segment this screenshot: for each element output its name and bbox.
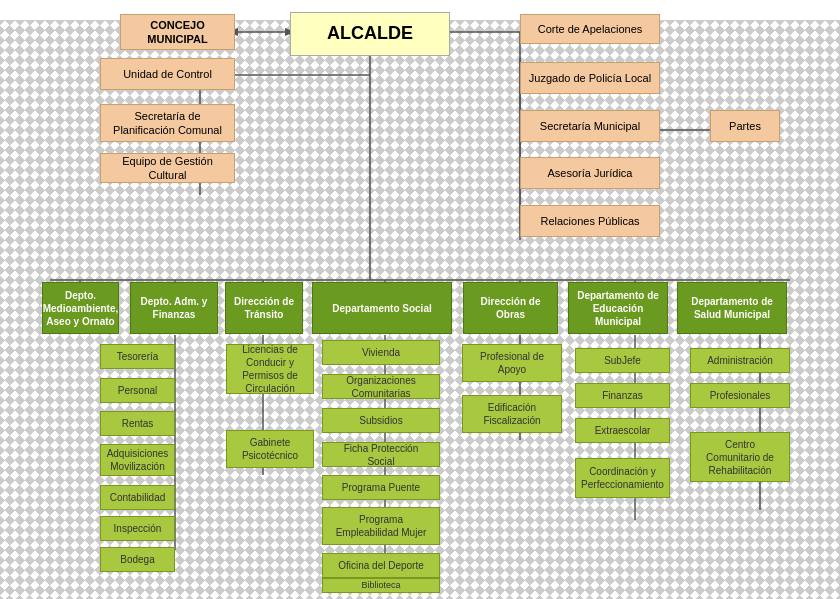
coordinacion-box: Coordinación y Perfeccionamiento bbox=[575, 458, 670, 498]
org-chart: ALCALDE CONCEJO MUNICIPAL Corte de Apela… bbox=[0, 0, 840, 20]
gabinete-box: Gabinete Psicotécnico bbox=[226, 430, 314, 468]
administracion-box: Administración bbox=[690, 348, 790, 373]
depto-salud-box: Departamento de Salud Municipal bbox=[677, 282, 787, 334]
sec-municipal-box: Secretaría Municipal bbox=[520, 110, 660, 142]
concejo-box: CONCEJO MUNICIPAL bbox=[120, 14, 235, 50]
personal-box: Personal bbox=[100, 378, 175, 403]
adquisiciones-box: Adquisiciones Movilización bbox=[100, 444, 175, 476]
dir-obras-box: Dirección de Obras bbox=[463, 282, 558, 334]
org-comunitarias-box: Organizaciones Comunitarias bbox=[322, 374, 440, 399]
relaciones-box: Relaciones Públicas bbox=[520, 205, 660, 237]
bodega-box: Bodega bbox=[100, 547, 175, 572]
finanzas-box: Finanzas bbox=[575, 383, 670, 408]
biblioteca-box: Biblioteca bbox=[322, 578, 440, 593]
depto-educacion-box: Departamento de Educación Municipal bbox=[568, 282, 668, 334]
subjefe-box: SubJefe bbox=[575, 348, 670, 373]
juzgado-box: Juzgado de Policía Local bbox=[520, 62, 660, 94]
dir-transito-box: Dirección de Tránsito bbox=[225, 282, 303, 334]
rentas-box: Rentas bbox=[100, 411, 175, 436]
prog-puente-box: Programa Puente bbox=[322, 475, 440, 500]
prog-empleabilidad-box: Programa Empleabilidad Mujer bbox=[322, 507, 440, 545]
alcalde-box: ALCALDE bbox=[290, 12, 450, 56]
subsidios-box: Subsidios bbox=[322, 408, 440, 433]
ficha-proteccion-box: Ficha Protección Social bbox=[322, 442, 440, 467]
oficina-deporte-box: Oficina del Deporte bbox=[322, 553, 440, 578]
centro-comunitario-box: Centro Comunitario de Rehabilitación bbox=[690, 432, 790, 482]
equipo-gestion-box: Equipo de Gestión Cultural bbox=[100, 153, 235, 183]
depto-medio-box: Depto. Medioambiente, Aseo y Ornato bbox=[42, 282, 119, 334]
depto-adm-box: Depto. Adm. y Finanzas bbox=[130, 282, 218, 334]
extraescolar-box: Extraescolar bbox=[575, 418, 670, 443]
corte-box: Corte de Apelaciones bbox=[520, 14, 660, 44]
vivienda-box: Vivienda bbox=[322, 340, 440, 365]
tesoreria-box: Tesorería bbox=[100, 344, 175, 369]
contabilidad-box: Contabilidad bbox=[100, 485, 175, 510]
inspeccion-box: Inspección bbox=[100, 516, 175, 541]
depto-social-box: Departamento Social bbox=[312, 282, 452, 334]
profesional-apoyo-box: Profesional de Apoyo bbox=[462, 344, 562, 382]
sec-planificacion-box: Secretaría de Planificación Comunal bbox=[100, 104, 235, 142]
asesoria-box: Asesoría Jurídica bbox=[520, 157, 660, 189]
unidad-control-box: Unidad de Control bbox=[100, 58, 235, 90]
edificacion-box: Edificación Fiscalización bbox=[462, 395, 562, 433]
profesionales-box: Profesionales bbox=[690, 383, 790, 408]
partes-box: Partes bbox=[710, 110, 780, 142]
licencias-box: Licencias de Conducir y Permisos de Circ… bbox=[226, 344, 314, 394]
